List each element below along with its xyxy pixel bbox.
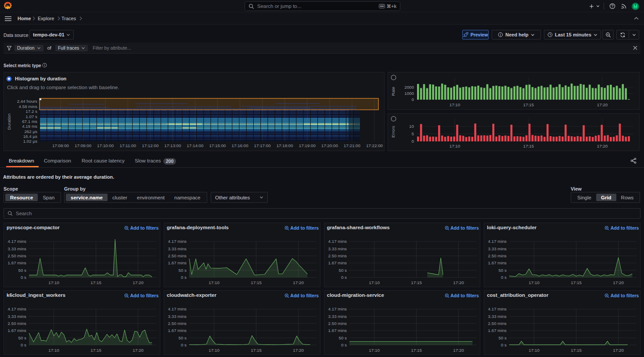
svg-text:17:15: 17:15 xyxy=(571,280,582,285)
svg-text:262 µs: 262 µs xyxy=(24,129,37,134)
svg-text:17:15: 17:15 xyxy=(90,280,101,285)
svg-text:50 s: 50 s xyxy=(178,335,187,340)
svg-text:17:09:00: 17:09:00 xyxy=(75,143,92,148)
svg-text:4.19 ms: 4.19 ms xyxy=(22,124,37,129)
svg-text:0 s: 0 s xyxy=(341,343,346,347)
svg-text:17:20: 17:20 xyxy=(133,280,144,285)
svg-text:Rate: Rate xyxy=(391,87,396,96)
svg-text:17:20: 17:20 xyxy=(293,280,304,285)
svg-text:2.50 mins: 2.50 mins xyxy=(168,253,187,258)
svg-text:50 s: 50 s xyxy=(178,268,187,273)
svg-text:50 s: 50 s xyxy=(499,268,507,273)
svg-text:17:13:00: 17:13:00 xyxy=(164,143,181,148)
svg-text:2.50 mins: 2.50 mins xyxy=(168,321,187,326)
svg-text:2.50 mins: 2.50 mins xyxy=(488,253,507,258)
svg-text:1.67 mins: 1.67 mins xyxy=(328,260,347,265)
svg-text:3.33 mins: 3.33 mins xyxy=(328,314,347,319)
svg-text:50 s: 50 s xyxy=(338,268,347,273)
svg-text:2.50 mins: 2.50 mins xyxy=(488,321,507,326)
svg-text:4.17 mins: 4.17 mins xyxy=(8,307,27,311)
svg-text:1.67 mins: 1.67 mins xyxy=(488,260,507,265)
svg-text:17:15:00: 17:15:00 xyxy=(209,143,226,148)
svg-text:0 s: 0 s xyxy=(21,343,26,347)
svg-text:10: 10 xyxy=(409,124,414,129)
svg-text:17:10: 17:10 xyxy=(369,348,380,353)
svg-text:Duration: Duration xyxy=(7,113,11,130)
svg-text:17:15: 17:15 xyxy=(411,348,422,353)
svg-text:4.17 mins: 4.17 mins xyxy=(328,239,347,244)
svg-text:17:10: 17:10 xyxy=(529,280,540,285)
svg-text:50 s: 50 s xyxy=(18,335,26,340)
svg-text:17:10: 17:10 xyxy=(209,280,219,285)
svg-text:17:20: 17:20 xyxy=(613,280,624,285)
svg-text:17:22:00: 17:22:00 xyxy=(366,143,383,148)
svg-text:3.33 mins: 3.33 mins xyxy=(488,314,507,319)
svg-text:17:15: 17:15 xyxy=(251,348,262,353)
svg-text:17:20: 17:20 xyxy=(293,348,304,353)
svg-text:17:20: 17:20 xyxy=(613,348,624,353)
svg-text:17:18:00: 17:18:00 xyxy=(277,143,294,148)
svg-text:17:10: 17:10 xyxy=(48,348,59,353)
svg-text:17:20: 17:20 xyxy=(133,348,144,353)
svg-text:17:20: 17:20 xyxy=(453,280,464,285)
svg-text:1.67 mins: 1.67 mins xyxy=(8,260,27,265)
svg-text:0 s: 0 s xyxy=(21,275,26,280)
svg-text:Errors: Errors xyxy=(391,126,396,138)
svg-text:17:15: 17:15 xyxy=(523,144,534,148)
svg-text:1.67 mins: 1.67 mins xyxy=(168,260,187,265)
svg-text:1.02 µs: 1.02 µs xyxy=(23,139,37,144)
svg-text:2.44 hours: 2.44 hours xyxy=(17,99,37,104)
svg-text:4.17 mins: 4.17 mins xyxy=(328,307,347,311)
svg-text:4.17 mins: 4.17 mins xyxy=(488,307,507,311)
svg-text:50 s: 50 s xyxy=(18,268,26,273)
svg-text:4.17 mins: 4.17 mins xyxy=(168,307,187,311)
svg-text:17:15: 17:15 xyxy=(523,102,534,107)
svg-text:17:15: 17:15 xyxy=(571,348,582,353)
svg-text:17:10: 17:10 xyxy=(48,280,59,285)
svg-text:2000: 2000 xyxy=(404,85,414,90)
svg-text:3.33 mins: 3.33 mins xyxy=(328,246,347,251)
svg-text:4.58 mins: 4.58 mins xyxy=(19,104,38,109)
svg-text:2.50 mins: 2.50 mins xyxy=(328,321,347,326)
svg-text:0 s: 0 s xyxy=(501,343,507,347)
svg-text:3.33 mins: 3.33 mins xyxy=(168,246,187,251)
svg-text:4.17 mins: 4.17 mins xyxy=(8,239,27,244)
svg-text:17:08:00: 17:08:00 xyxy=(52,143,69,148)
svg-text:17:10: 17:10 xyxy=(369,280,380,285)
svg-text:0: 0 xyxy=(412,139,414,144)
svg-text:17:20: 17:20 xyxy=(453,348,464,353)
svg-text:17:10:00: 17:10:00 xyxy=(97,143,114,148)
svg-text:1.07 s: 1.07 s xyxy=(25,114,37,119)
svg-text:3.33 mins: 3.33 mins xyxy=(168,314,187,319)
svg-text:4.17 mins: 4.17 mins xyxy=(168,239,187,244)
svg-text:17:10: 17:10 xyxy=(209,348,219,353)
svg-text:0 s: 0 s xyxy=(341,275,346,280)
svg-text:1.67 mins: 1.67 mins xyxy=(8,328,27,333)
svg-text:0: 0 xyxy=(412,97,414,102)
svg-text:1.67 mins: 1.67 mins xyxy=(168,328,187,333)
svg-text:67.1 ms: 67.1 ms xyxy=(22,119,37,124)
svg-text:17.2 s: 17.2 s xyxy=(25,109,37,114)
svg-text:0 s: 0 s xyxy=(181,343,187,347)
svg-text:1000: 1000 xyxy=(404,91,414,96)
svg-text:1.67 mins: 1.67 mins xyxy=(328,328,347,333)
svg-text:16.4 µs: 16.4 µs xyxy=(23,134,37,139)
svg-text:17:15: 17:15 xyxy=(251,280,262,285)
svg-text:17:10: 17:10 xyxy=(450,144,461,148)
svg-text:2.50 mins: 2.50 mins xyxy=(328,253,347,258)
svg-text:2.50 mins: 2.50 mins xyxy=(8,253,27,258)
svg-text:17:21:00: 17:21:00 xyxy=(344,143,361,148)
svg-text:2.50 mins: 2.50 mins xyxy=(8,321,27,326)
svg-text:17:15: 17:15 xyxy=(411,280,422,285)
svg-text:3.33 mins: 3.33 mins xyxy=(8,314,27,319)
svg-text:3.33 mins: 3.33 mins xyxy=(8,246,27,251)
svg-text:17:12:00: 17:12:00 xyxy=(142,143,159,148)
svg-text:0 s: 0 s xyxy=(181,275,187,280)
svg-text:17:20:00: 17:20:00 xyxy=(321,143,338,148)
svg-text:17:20: 17:20 xyxy=(597,144,608,148)
svg-text:17:20: 17:20 xyxy=(597,102,608,107)
svg-text:50 s: 50 s xyxy=(499,335,507,340)
svg-text:1.67 mins: 1.67 mins xyxy=(488,328,507,333)
svg-text:5: 5 xyxy=(412,131,414,136)
svg-text:4.17 mins: 4.17 mins xyxy=(488,239,507,244)
